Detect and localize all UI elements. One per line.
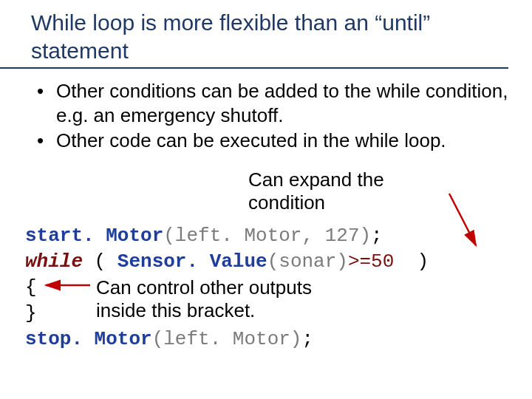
code-close-paren: ) xyxy=(394,250,429,273)
arrow-to-condition xyxy=(449,194,476,245)
annotation-line: Can control other outputs xyxy=(96,276,312,299)
code-keyword-stopmotor: stop. Motor xyxy=(25,328,152,350)
bullet-item: Other code can be executed in the while … xyxy=(31,129,525,153)
code-semi: ; xyxy=(371,225,383,247)
slide-title: While loop is more flexible than an “unt… xyxy=(0,0,508,69)
code-semi: ; xyxy=(301,328,313,350)
code-keyword-sensorvalue: Sensor. Value xyxy=(117,250,267,273)
code-rbrace: } xyxy=(25,302,37,324)
code-args: (left. Motor, 127) xyxy=(163,225,371,247)
annotation-bracket: Can control other outputs inside this br… xyxy=(96,276,312,322)
code-keyword-startmotor: start. Motor xyxy=(25,225,163,247)
bullet-list: Other conditions can be added to the whi… xyxy=(0,79,532,153)
code-args: (left. Motor) xyxy=(152,328,302,350)
annotation-line: Can expand the xyxy=(248,168,440,191)
code-keyword-while: while xyxy=(25,250,83,273)
annotation-expand-condition: Can expand the condition xyxy=(248,168,440,214)
code-line: while ( Sensor. Value(sonar)>=50 ) xyxy=(25,249,429,275)
code-sonar: (sonar) xyxy=(267,250,348,273)
code-lbrace: { xyxy=(25,276,37,299)
bullet-item: Other conditions can be added to the whi… xyxy=(31,79,525,127)
code-line: stop. Motor(left. Motor); xyxy=(25,327,429,352)
code-condition: >=50 xyxy=(348,250,394,273)
code-line: start. Motor(left. Motor, 127); xyxy=(25,223,429,249)
annotation-line: condition xyxy=(248,191,440,214)
code-open-paren: ( xyxy=(83,250,117,273)
annotation-line: inside this bracket. xyxy=(96,299,312,322)
